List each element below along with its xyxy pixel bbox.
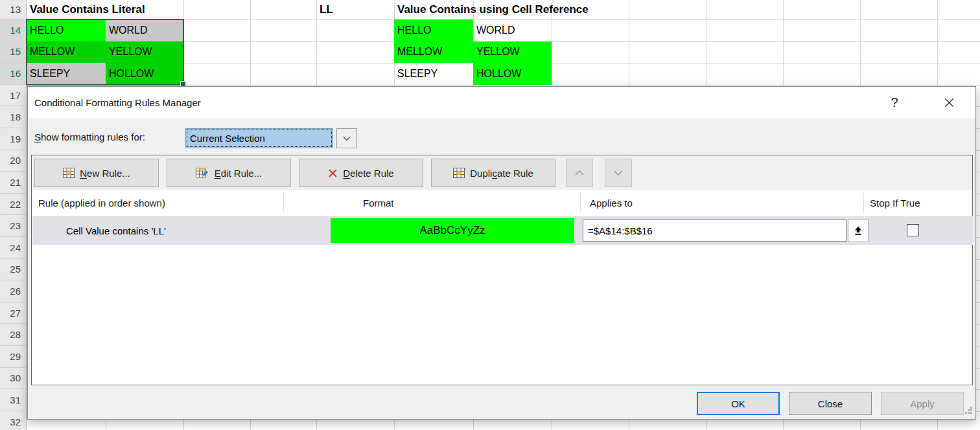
red-x-icon xyxy=(328,168,338,178)
move-rule-down-button[interactable] xyxy=(605,159,632,187)
resize-grip[interactable] xyxy=(964,405,972,416)
column-header-applies-to: Applies to xyxy=(590,190,633,215)
close-icon xyxy=(944,98,954,107)
resize-grip-icon xyxy=(964,406,972,414)
table-new-icon xyxy=(63,168,75,178)
close-button[interactable] xyxy=(938,92,960,113)
dropdown-selected-value: Current Selection xyxy=(185,128,333,148)
column-separator xyxy=(283,193,284,212)
column-header-stop-if-true: Stop If True xyxy=(870,190,920,215)
cell[interactable]: YELLOW xyxy=(476,41,520,63)
dialog-title: Conditional Formatting Rules Manager xyxy=(34,87,201,119)
chevron-down-icon xyxy=(343,136,351,141)
rule-name: Cell Value contains 'LL' xyxy=(66,216,166,245)
stop-if-true-checkbox[interactable] xyxy=(907,224,919,236)
edit-rule-button[interactable]: Edit Rule... xyxy=(167,159,291,187)
cell[interactable]: HOLLOW xyxy=(476,63,521,85)
row-header[interactable]: 31 xyxy=(0,389,26,411)
new-rule-label: New Rule... xyxy=(80,168,130,179)
cell[interactable]: MELLOW xyxy=(397,41,442,63)
conditional-formatting-rules-manager-dialog: Conditional Formatting Rules Manager ? S… xyxy=(27,86,976,420)
row-header[interactable]: 26 xyxy=(0,280,26,302)
row-header[interactable]: 22 xyxy=(0,194,26,216)
row-header[interactable]: 28 xyxy=(0,324,26,346)
row-header[interactable]: 14 xyxy=(0,19,26,41)
show-rules-dropdown[interactable]: Current Selection xyxy=(185,128,357,148)
row-header[interactable]: 20 xyxy=(0,150,26,172)
cell[interactable]: Value Contains Literal xyxy=(30,0,145,19)
table-duplicate-icon xyxy=(453,168,465,178)
duplicate-rule-button[interactable]: Duplicate Rule xyxy=(431,159,555,187)
show-rules-label: Show formatting rules for: xyxy=(34,131,145,142)
duplicate-rule-label: Duplicate Rule xyxy=(470,168,533,179)
row-header[interactable]: 13 xyxy=(0,0,26,19)
row-header[interactable]: 18 xyxy=(0,106,26,128)
help-button[interactable]: ? xyxy=(883,92,905,113)
new-rule-button[interactable]: New Rule... xyxy=(34,159,159,187)
row-header[interactable]: 16 xyxy=(0,63,26,85)
range-picker-button[interactable] xyxy=(848,219,869,242)
cell[interactable]: Value Contains using Cell Reference xyxy=(397,0,589,19)
column-separator xyxy=(580,193,581,212)
row-header[interactable]: 24 xyxy=(0,237,26,259)
collapse-dialog-arrow-icon xyxy=(853,225,863,236)
chevron-up-icon xyxy=(575,170,584,175)
row-header[interactable]: 21 xyxy=(0,172,26,194)
selection-border xyxy=(26,19,184,85)
cell[interactable]: WORLD xyxy=(476,19,515,41)
cell[interactable]: HELLO xyxy=(397,19,431,41)
close-dialog-button[interactable]: Close xyxy=(789,392,872,415)
row-header[interactable]: 25 xyxy=(0,259,26,281)
cell[interactable]: LL xyxy=(320,0,333,19)
rule-row[interactable]: Cell Value contains 'LL' AaBbCcYyZz xyxy=(32,216,973,245)
row-header[interactable]: 17 xyxy=(0,85,26,107)
row-header[interactable]: 23 xyxy=(0,215,26,237)
rules-list-frame: New Rule... Edit Rule... Delete Rule xyxy=(31,155,973,385)
move-rule-up-button[interactable] xyxy=(566,159,593,187)
delete-rule-button[interactable]: Delete Rule xyxy=(299,159,423,187)
row-header[interactable]: 27 xyxy=(0,302,26,324)
delete-rule-label: Delete Rule xyxy=(343,168,393,179)
row-header[interactable]: 29 xyxy=(0,346,26,368)
table-edit-icon xyxy=(196,168,209,179)
excel-window: 1314151617181920212223242526272829303132… xyxy=(0,0,980,430)
ok-button[interactable]: OK xyxy=(697,392,780,415)
column-header-format: Format xyxy=(363,190,394,215)
column-separator xyxy=(863,193,864,212)
help-icon: ? xyxy=(891,95,898,110)
chevron-down-icon xyxy=(614,170,623,175)
row-header[interactable]: 15 xyxy=(0,41,26,63)
dialog-titlebar[interactable]: Conditional Formatting Rules Manager ? xyxy=(28,87,975,119)
applies-to-input[interactable] xyxy=(583,220,847,242)
apply-button[interactable]: Apply xyxy=(881,392,964,415)
row-header[interactable]: 30 xyxy=(0,368,26,390)
column-header-rule: Rule (applied in order shown) xyxy=(38,190,165,215)
rule-format-preview: AaBbCcYyZz xyxy=(331,218,574,243)
row-header[interactable]: 32 xyxy=(0,411,26,430)
edit-rule-label: Edit Rule... xyxy=(215,168,262,179)
cell[interactable]: SLEEPY xyxy=(397,63,438,85)
row-header[interactable]: 19 xyxy=(0,128,26,150)
dropdown-chevron-button[interactable] xyxy=(336,128,357,148)
